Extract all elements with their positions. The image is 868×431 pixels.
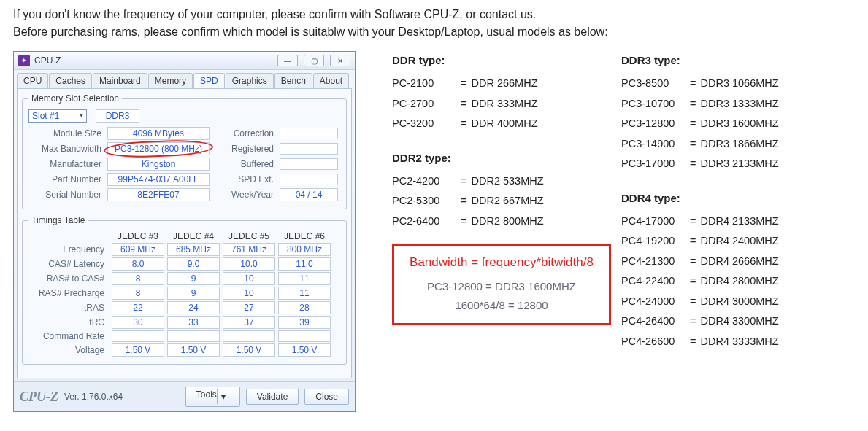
ddr2-row: PC2-6400=DDR2 800MHZ <box>392 211 611 232</box>
ddr4-row: PC4-21300=DDR4 2666MHZ <box>621 252 855 272</box>
timings-header: JEDEC #5 <box>223 231 275 241</box>
ddr-row: PC-2100=DDR 266MHZ <box>392 74 611 94</box>
timings-row-label: tRC <box>28 317 109 327</box>
timings-cell: 8 <box>112 287 164 300</box>
value-part-number: 99P5474-037.A00LF <box>107 173 210 186</box>
timings-row-label: CAS# Latency <box>28 259 109 269</box>
tab-mainboard[interactable]: Mainboard <box>93 73 147 88</box>
ddr4-row: PC4-22400=DDR4 2800MHZ <box>621 271 855 292</box>
spec-value: DDR3 1333MHZ <box>700 94 778 114</box>
spec-value: DDR4 2400MHZ <box>700 231 778 252</box>
timings-row-label: tRAS <box>28 303 109 313</box>
window-title: CPU-Z <box>34 55 272 66</box>
spec-code: PC4-22400 <box>621 271 685 292</box>
equals-sign: = <box>690 311 696 332</box>
label-part-number: Part Number <box>28 174 101 185</box>
intro-text: If you don't know the frequency of your … <box>13 6 855 41</box>
ddr-row: PC-3200=DDR 400MHZ <box>392 114 611 134</box>
tab-graphics[interactable]: Graphics <box>226 73 274 88</box>
equals-sign: = <box>690 292 696 312</box>
close-button[interactable]: Close <box>304 389 349 405</box>
timings-cell: 8 <box>112 272 164 285</box>
memory-slot-fieldset: Memory Slot Selection Slot #1 DDR3 Modul… <box>22 93 347 209</box>
ddr2-row: PC2-5300=DDR2 667MHZ <box>392 191 611 211</box>
value-registered <box>280 143 338 155</box>
formula-example1: PC3-12800 = DDR3 1600MHZ <box>407 277 596 296</box>
timings-cell: 9 <box>167 272 220 285</box>
timings-cell: 1.50 V <box>223 343 275 357</box>
tools-label: Tools <box>196 389 217 404</box>
spec-value: DDR2 667MHZ <box>471 191 543 211</box>
timings-row-label: RAS# to CAS# <box>28 273 109 284</box>
tab-caches[interactable]: Caches <box>49 73 92 88</box>
spec-value: DDR4 2666MHZ <box>700 252 778 272</box>
timings-row-label: Voltage <box>28 345 109 355</box>
equals-sign: = <box>690 231 696 252</box>
ddr4-row: PC4-24000=DDR4 3000MHZ <box>621 292 855 312</box>
spec-value: DDR3 1866MHZ <box>700 134 778 155</box>
label-serial: Serial Number <box>28 190 101 200</box>
slot-legend: Memory Slot Selection <box>28 93 122 104</box>
timings-cell: 9.0 <box>167 257 220 271</box>
timings-cell: 800 MHz <box>278 243 331 256</box>
tab-cpu[interactable]: CPU <box>17 73 48 88</box>
spec-value: DDR 400MHZ <box>471 114 537 134</box>
equals-sign: = <box>690 114 696 134</box>
timings-cell: 30 <box>112 316 164 329</box>
label-registered: Registered <box>215 144 274 154</box>
intro-line2: Before purchasing rams, please confirm w… <box>13 23 855 41</box>
label-buffered: Buffered <box>215 159 274 169</box>
spec-value: DDR2 533MHZ <box>471 171 543 192</box>
ddr3-row: PC3-10700=DDR3 1333MHZ <box>621 94 855 114</box>
timings-cell: 24 <box>167 301 220 314</box>
timings-cell <box>167 330 220 342</box>
minimize-button[interactable]: — <box>277 55 298 66</box>
maximize-button[interactable]: ▢ <box>304 55 324 66</box>
equals-sign: = <box>690 332 696 352</box>
spec-code: PC-2100 <box>392 74 456 94</box>
timings-cell: 10 <box>223 287 275 300</box>
spec-value: DDR4 3000MHZ <box>700 292 778 312</box>
timings-cell: 11 <box>278 272 331 285</box>
timings-cell <box>223 330 275 342</box>
tab-about[interactable]: About <box>313 73 349 88</box>
label-spdext: SPD Ext. <box>215 174 274 185</box>
spec-code: PC3-8500 <box>621 74 685 94</box>
validate-button[interactable]: Validate <box>246 389 299 405</box>
spec-code: PC4-26400 <box>621 311 685 332</box>
formula-equation: Bandwidth = frequency*bitwidth/8 <box>407 255 596 270</box>
equals-sign: = <box>461 94 466 114</box>
close-window-button[interactable]: ✕ <box>330 55 350 66</box>
equals-sign: = <box>461 171 466 192</box>
value-spdext <box>280 174 338 185</box>
value-max-bw: PC3-12800 (800 MHz) <box>107 142 210 155</box>
ddr-heading: DDR type: <box>392 54 611 66</box>
spec-value: DDR4 3300MHZ <box>700 311 778 332</box>
slot-select[interactable]: Slot #1 <box>28 109 87 123</box>
tab-spd[interactable]: SPD <box>193 73 225 88</box>
formula-example2: 1600*64/8 = 12800 <box>407 296 596 315</box>
tab-bench[interactable]: Bench <box>274 73 312 88</box>
tab-memory[interactable]: Memory <box>148 73 193 88</box>
ddr4-row: PC4-26600=DDR4 3333MHZ <box>621 332 855 352</box>
timings-cell: 11 <box>278 287 331 300</box>
label-max-bw: Max Bandwidth <box>28 144 101 154</box>
timings-cell: 1.50 V <box>167 343 220 357</box>
spec-code: PC3-12800 <box>621 114 685 134</box>
timings-cell: 10 <box>223 272 275 285</box>
value-manufacturer: Kingston <box>107 158 210 171</box>
spec-code: PC2-6400 <box>392 211 456 232</box>
spec-code: PC2-4200 <box>392 171 456 192</box>
value-weekyear: 04 / 14 <box>280 188 338 201</box>
spec-value: DDR 333MHZ <box>471 94 537 114</box>
footer-version: Ver. 1.76.0.x64 <box>64 392 123 402</box>
ddr4-row: PC4-26400=DDR4 3300MHZ <box>621 311 855 332</box>
ddr3-row: PC3-8500=DDR3 1066MHZ <box>621 74 855 94</box>
ddr3-row: PC3-12800=DDR3 1600MHZ <box>621 114 855 134</box>
timings-header: JEDEC #3 <box>112 231 164 241</box>
spec-value: DDR 266MHZ <box>471 74 537 94</box>
tools-button[interactable]: Tools ▾ <box>185 387 240 407</box>
equals-sign: = <box>690 252 696 272</box>
titlebar[interactable]: ✦ CPU-Z — ▢ ✕ <box>14 52 355 70</box>
spec-value: DDR3 1066MHZ <box>700 74 778 94</box>
